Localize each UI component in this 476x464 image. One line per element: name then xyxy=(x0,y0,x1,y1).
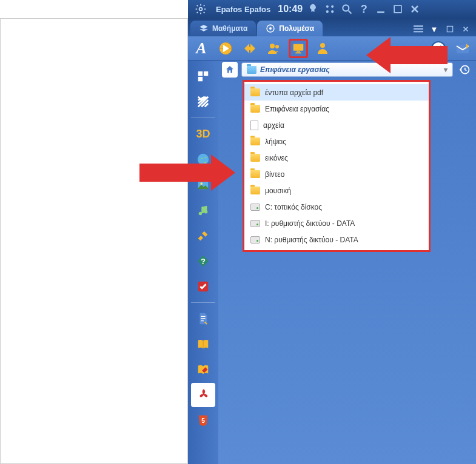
pdf-icon[interactable] xyxy=(191,383,215,407)
dropdown-item[interactable]: αρχεία xyxy=(244,117,429,133)
svg-rect-15 xyxy=(414,31,423,32)
help-icon[interactable]: ? xyxy=(357,2,370,16)
right-panel: Epafos Epafos 10:49 ? Μαθήματα Πολυμέσα xyxy=(188,0,476,464)
svg-point-25 xyxy=(320,43,325,48)
tools-icon[interactable] xyxy=(191,224,215,248)
dropdown-item-label: C: τοπικός δίσκος xyxy=(265,203,322,211)
dropdown-item[interactable]: I: ρυθμιστής δικτύου - DATA xyxy=(244,215,429,231)
web-browser-icon[interactable] xyxy=(216,39,235,58)
dropdown-item[interactable]: μουσική xyxy=(244,182,429,199)
document-icon xyxy=(250,121,258,130)
svg-rect-28 xyxy=(198,71,203,76)
svg-text:5: 5 xyxy=(201,417,205,424)
app-title: Epafos Epafos xyxy=(216,5,270,14)
chevron-down-icon: ▾ xyxy=(444,65,448,74)
svg-point-5 xyxy=(343,5,349,11)
dropdown-item[interactable]: C: τοπικός δίσκος xyxy=(244,199,429,215)
dropdown-item[interactable]: λήψεις xyxy=(244,133,429,150)
book-icon[interactable] xyxy=(191,332,215,356)
svg-point-12 xyxy=(269,27,272,30)
sidebar: 3D ? xyxy=(188,61,218,464)
html5-icon[interactable]: 5 xyxy=(191,408,215,433)
dropdown-item-label: αρχεία xyxy=(263,121,284,130)
dropdown-item-label: I: ρυθμιστής δικτύου - DATA xyxy=(265,219,355,228)
main-canvas xyxy=(0,18,188,464)
music-icon[interactable] xyxy=(191,198,215,222)
more-tabs-icon[interactable] xyxy=(412,23,425,35)
history-icon[interactable] xyxy=(457,62,472,78)
check-badge-icon[interactable] xyxy=(191,274,215,299)
svg-point-3 xyxy=(326,10,329,13)
svg-line-6 xyxy=(349,11,352,14)
folder-dropdown-panel: έντυπα αρχεία pdfΕπιφάνεια εργασίαςαρχεί… xyxy=(243,80,431,252)
close-panel-icon[interactable] xyxy=(459,23,472,35)
send-icon[interactable] xyxy=(453,39,472,58)
book-edit-icon[interactable] xyxy=(191,357,215,382)
folder-icon xyxy=(250,154,260,162)
help-diamond-icon[interactable]: ? xyxy=(191,249,215,273)
apps-icon[interactable] xyxy=(323,2,337,16)
minimize-icon[interactable] xyxy=(374,2,387,16)
drive-icon xyxy=(250,204,260,211)
svg-rect-14 xyxy=(414,28,423,30)
svg-rect-30 xyxy=(198,77,203,81)
navigate-icon[interactable] xyxy=(240,39,260,58)
folder-open-icon xyxy=(247,66,256,74)
document-icon[interactable] xyxy=(191,307,215,331)
search-icon[interactable] xyxy=(340,2,354,16)
person-icon[interactable] xyxy=(313,39,332,58)
dropdown-item-label: λήψεις xyxy=(265,138,286,146)
titlebar: Epafos Epafos 10:49 ? xyxy=(188,0,476,18)
dropdown-item-label: βίντεο xyxy=(265,170,284,179)
svg-point-0 xyxy=(199,8,203,11)
sidebar-divider xyxy=(191,302,215,303)
folder-icon xyxy=(250,105,260,113)
file-browser: Επιφάνεια εργασίας ▾ Τ ΒΕ έντυπα αρχεία … xyxy=(218,61,476,464)
svg-point-2 xyxy=(331,5,334,8)
drive-icon xyxy=(250,220,260,227)
home-icon[interactable] xyxy=(222,62,238,78)
font-tool-icon[interactable]: A xyxy=(192,39,211,58)
tab-multimedia[interactable]: Πολυμέσα xyxy=(257,21,323,36)
svg-rect-22 xyxy=(293,44,304,50)
3d-icon[interactable]: 3D xyxy=(191,122,215,146)
current-path-label: Επιφάνεια εργασίας xyxy=(260,65,330,74)
svg-rect-16 xyxy=(447,26,452,31)
tab-lessons[interactable]: Μαθήματα xyxy=(190,21,256,36)
dropdown-item[interactable]: έντυπα αρχεία pdf xyxy=(244,84,429,101)
dropdown-item[interactable]: N: ρυθμιστής δικτύου - DATA xyxy=(244,231,429,248)
pattern-icon[interactable] xyxy=(191,90,215,114)
tabbar: Μαθήματα Πολυμέσα ▼ xyxy=(188,18,476,36)
dropdown-item[interactable]: βίντεο xyxy=(244,166,429,182)
rocket-icon[interactable] xyxy=(306,2,320,16)
popout-panel-icon[interactable] xyxy=(443,23,457,35)
maximize-icon[interactable] xyxy=(391,2,404,16)
dropdown-item-label: έντυπα αρχεία pdf xyxy=(265,88,323,97)
svg-text:?: ? xyxy=(201,257,206,266)
svg-point-21 xyxy=(275,45,279,48)
sidebar-divider xyxy=(191,118,215,118)
clock-time: 10:49 xyxy=(278,4,303,15)
svg-rect-23 xyxy=(297,51,300,52)
dropdown-item[interactable]: Επιφάνεια εργασίας xyxy=(244,101,429,117)
tab-lessons-label: Μαθήματα xyxy=(212,24,247,33)
svg-point-33 xyxy=(200,182,203,185)
computer-icon[interactable] xyxy=(289,39,308,58)
folder-icon xyxy=(250,88,260,96)
svg-point-4 xyxy=(331,10,334,13)
close-icon[interactable] xyxy=(408,2,421,16)
svg-rect-29 xyxy=(204,71,208,76)
dropdown-item-label: μουσική xyxy=(265,187,291,195)
folder-icon xyxy=(250,187,260,194)
dropdown-item[interactable]: εικόνες xyxy=(244,150,429,166)
users-icon[interactable] xyxy=(264,39,284,58)
path-dropdown[interactable]: Επιφάνεια εργασίας ▾ xyxy=(241,62,453,77)
collapse-panel-icon[interactable]: ▼ xyxy=(427,23,441,35)
svg-point-20 xyxy=(270,44,275,48)
settings-icon[interactable] xyxy=(194,2,207,16)
dropdown-item-label: εικόνες xyxy=(265,154,288,162)
layout-icon[interactable] xyxy=(191,64,215,88)
dropdown-item-label: N: ρυθμιστής δικτύου - DATA xyxy=(265,236,358,244)
svg-rect-24 xyxy=(295,52,301,53)
svg-point-35 xyxy=(204,210,208,214)
